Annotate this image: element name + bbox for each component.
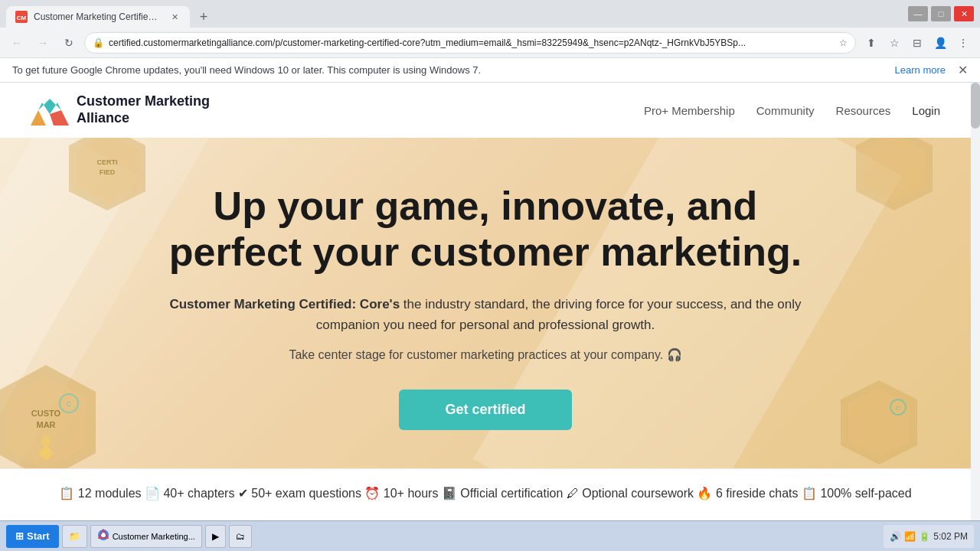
get-certified-button[interactable]: Get certified xyxy=(399,390,571,430)
hero-title: Up your game, innovate, and perfect your… xyxy=(156,184,815,276)
close-button[interactable]: ✕ xyxy=(954,6,974,21)
badge-decoration-top-right xyxy=(848,138,940,230)
browser-viewport: Customer Marketing Alliance Pro+ Members… xyxy=(0,83,980,551)
url-text: certified.customermarketingalliance.com/… xyxy=(109,37,835,48)
bookmark-star-icon[interactable]: ☆ xyxy=(839,37,848,48)
start-button[interactable]: ⊞ Start xyxy=(6,525,59,548)
tab-close-button[interactable]: ✕ xyxy=(168,11,181,23)
window-controls: — □ ✕ xyxy=(908,6,974,21)
address-bar: ← → ↻ 🔒 certified.customermarketingallia… xyxy=(0,28,980,58)
explorer-icon: 📁 xyxy=(69,531,80,542)
notification-text: To get future Google Chrome updates, you… xyxy=(12,64,481,76)
svg-text:CM: CM xyxy=(17,15,27,21)
hero-subtitle-bold: Customer Marketing Certified: Core's xyxy=(169,297,400,311)
bookmark-icon[interactable]: ☆ xyxy=(884,32,905,54)
files-icon: 🗂 xyxy=(236,531,245,542)
battery-icon[interactable]: 🔋 xyxy=(919,531,930,542)
profile-icon[interactable]: 👤 xyxy=(929,32,951,54)
tab-search-icon[interactable]: ⊟ xyxy=(906,32,928,54)
nav-link-resources[interactable]: Resources xyxy=(836,104,891,117)
stats-bar: 📋 12 modules 📄 40+ chapters ✔ 50+ exam q… xyxy=(0,468,971,519)
site-content: Customer Marketing Alliance Pro+ Members… xyxy=(0,83,971,551)
taskbar-right: 🔊 📶 🔋 5:02 PM xyxy=(884,525,974,548)
chrome-label: Customer Marketing... xyxy=(113,532,195,541)
tab-title: Customer Marketing Certified | Core... xyxy=(34,11,162,22)
badge-decoration-top-left: CERTI FIED xyxy=(61,138,153,230)
forward-button[interactable]: → xyxy=(32,32,54,54)
svg-text:CERTI: CERTI xyxy=(97,158,118,166)
badge-decoration-bottom-left: CUSTO MAR C xyxy=(0,361,107,468)
svg-marker-4 xyxy=(50,110,69,126)
time-display: 5:02 PM xyxy=(933,531,968,542)
tab-area: CM Customer Marketing Certified | Core..… xyxy=(6,0,908,28)
notification-close-button[interactable]: ✕ xyxy=(958,63,968,77)
hero-subtitle: Customer Marketing Certified: Core's the… xyxy=(156,294,815,335)
nav-link-pro-membership[interactable]: Pro+ Membership xyxy=(644,104,735,117)
taskbar-item-mediaplayer[interactable]: ▶ xyxy=(205,525,226,548)
logo-icon xyxy=(31,95,69,126)
toolbar-icons: ⬆ ☆ ⊟ 👤 ⋮ xyxy=(861,32,974,54)
url-bar[interactable]: 🔒 certified.customermarketingalliance.co… xyxy=(84,32,856,54)
system-tray: 🔊 📶 🔋 5:02 PM xyxy=(884,525,974,548)
nav-link-community[interactable]: Community xyxy=(756,104,815,117)
new-tab-button[interactable]: + xyxy=(193,6,214,28)
lock-icon: 🔒 xyxy=(93,37,104,48)
logo-area: Customer Marketing Alliance xyxy=(31,93,210,126)
nav-links: Pro+ Membership Community Resources Logi… xyxy=(644,104,940,117)
share-icon[interactable]: ⬆ xyxy=(861,32,882,54)
svg-text:C: C xyxy=(67,400,72,408)
svg-text:FIED: FIED xyxy=(100,168,116,176)
taskbar-item-explorer[interactable]: 📁 xyxy=(62,525,87,548)
network-icon[interactable]: 📶 xyxy=(904,531,916,542)
menu-icon[interactable]: ⋮ xyxy=(952,32,974,54)
hero-content: Up your game, innovate, and perfect your… xyxy=(141,168,830,445)
logo-text: Customer Marketing Alliance xyxy=(77,93,210,126)
tab-favicon: CM xyxy=(15,11,28,23)
taskbar-item-chrome[interactable]: Customer Marketing... xyxy=(90,525,202,548)
chrome-icon xyxy=(97,529,109,543)
volume-icon[interactable]: 🔊 xyxy=(890,531,901,542)
refresh-button[interactable]: ↻ xyxy=(58,32,80,54)
hero-tagline: Take center stage for customer marketing… xyxy=(156,347,815,362)
stats-text: 📋 12 modules 📄 40+ chapters ✔ 50+ exam q… xyxy=(59,487,911,500)
svg-text:CUSTO: CUSTO xyxy=(31,409,61,418)
notification-bar: To get future Google Chrome updates, you… xyxy=(0,58,980,83)
back-button[interactable]: ← xyxy=(6,32,28,54)
start-label: Start xyxy=(27,530,50,542)
svg-text:MAR: MAR xyxy=(36,420,55,429)
taskbar: ⊞ Start 📁 Customer Marketing... ▶ 🗂 🔊 📶 … xyxy=(0,520,980,551)
hero-section: CERTI FIED CUSTO xyxy=(0,138,971,468)
maximize-button[interactable]: □ xyxy=(931,6,951,21)
svg-text:C: C xyxy=(896,405,900,412)
learn-more-link[interactable]: Learn more xyxy=(895,64,946,76)
badge-decoration-bottom-right: C xyxy=(833,377,925,468)
svg-marker-2 xyxy=(31,110,46,126)
active-tab[interactable]: CM Customer Marketing Certified | Core..… xyxy=(6,6,190,28)
media-icon: ▶ xyxy=(212,531,219,542)
minimize-button[interactable]: — xyxy=(908,6,928,21)
nav-link-login[interactable]: Login xyxy=(912,104,940,117)
site-nav: Customer Marketing Alliance Pro+ Members… xyxy=(0,83,971,138)
taskbar-item-files[interactable]: 🗂 xyxy=(229,525,252,548)
title-bar: CM Customer Marketing Certified | Core..… xyxy=(0,0,980,28)
windows-icon: ⊞ xyxy=(15,530,24,542)
